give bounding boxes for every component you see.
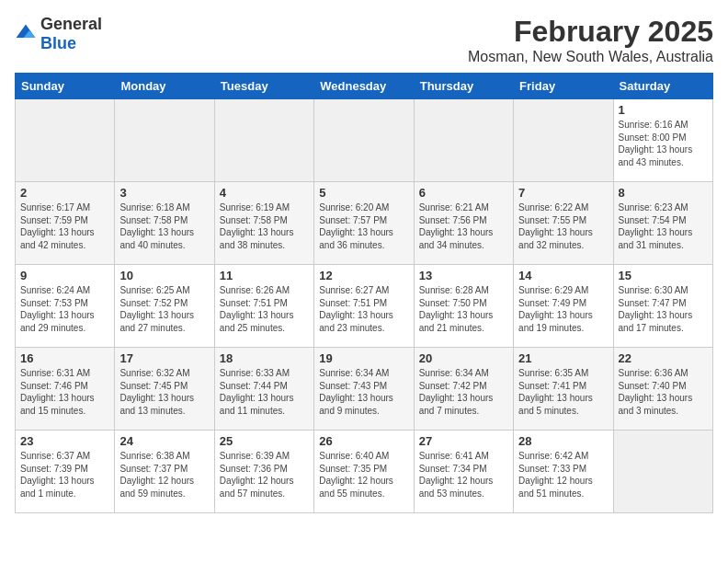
logo-text: General Blue xyxy=(40,15,102,53)
calendar-cell: 14Sunrise: 6:29 AM Sunset: 7:49 PM Dayli… xyxy=(514,265,613,348)
cell-info: Sunrise: 6:37 AM Sunset: 7:39 PM Dayligh… xyxy=(20,450,109,500)
cell-info: Sunrise: 6:17 AM Sunset: 7:59 PM Dayligh… xyxy=(20,201,109,251)
calendar-cell xyxy=(115,99,214,182)
day-number: 18 xyxy=(220,351,309,365)
calendar-cell: 1Sunrise: 6:16 AM Sunset: 8:00 PM Daylig… xyxy=(613,99,712,182)
week-row-1: 2Sunrise: 6:17 AM Sunset: 7:59 PM Daylig… xyxy=(16,182,713,265)
calendar-cell: 3Sunrise: 6:18 AM Sunset: 7:58 PM Daylig… xyxy=(115,182,214,265)
day-number: 19 xyxy=(319,351,408,365)
cell-info: Sunrise: 6:18 AM Sunset: 7:58 PM Dayligh… xyxy=(119,201,209,251)
calendar-cell xyxy=(514,99,613,182)
calendar-cell: 18Sunrise: 6:33 AM Sunset: 7:44 PM Dayli… xyxy=(214,348,313,431)
calendar-cell: 6Sunrise: 6:21 AM Sunset: 7:56 PM Daylig… xyxy=(414,182,513,265)
header-cell-thursday: Thursday xyxy=(414,74,513,99)
calendar-cell xyxy=(214,99,313,182)
cell-info: Sunrise: 6:28 AM Sunset: 7:50 PM Dayligh… xyxy=(419,284,508,334)
calendar-cell: 2Sunrise: 6:17 AM Sunset: 7:59 PM Daylig… xyxy=(16,182,115,265)
cell-info: Sunrise: 6:35 AM Sunset: 7:41 PM Dayligh… xyxy=(518,367,608,417)
day-number: 25 xyxy=(220,434,309,448)
header-cell-saturday: Saturday xyxy=(613,74,712,99)
cell-info: Sunrise: 6:32 AM Sunset: 7:45 PM Dayligh… xyxy=(119,367,209,417)
calendar-cell: 10Sunrise: 6:25 AM Sunset: 7:52 PM Dayli… xyxy=(115,265,214,348)
day-number: 8 xyxy=(619,186,708,200)
logo-general: General xyxy=(40,15,102,33)
cell-info: Sunrise: 6:40 AM Sunset: 7:35 PM Dayligh… xyxy=(319,450,408,500)
day-number: 21 xyxy=(518,351,608,365)
cell-info: Sunrise: 6:39 AM Sunset: 7:36 PM Dayligh… xyxy=(220,450,309,500)
day-number: 4 xyxy=(220,186,309,200)
cell-info: Sunrise: 6:25 AM Sunset: 7:52 PM Dayligh… xyxy=(119,284,209,334)
calendar-cell: 9Sunrise: 6:24 AM Sunset: 7:53 PM Daylig… xyxy=(16,265,115,348)
cell-info: Sunrise: 6:34 AM Sunset: 7:43 PM Dayligh… xyxy=(319,367,408,417)
logo: General Blue xyxy=(15,15,102,53)
header-cell-tuesday: Tuesday xyxy=(214,74,313,99)
cell-info: Sunrise: 6:41 AM Sunset: 7:34 PM Dayligh… xyxy=(419,450,508,500)
day-number: 3 xyxy=(119,186,209,200)
header-cell-friday: Friday xyxy=(514,74,613,99)
day-number: 6 xyxy=(419,186,508,200)
day-number: 10 xyxy=(119,269,209,282)
day-number: 13 xyxy=(419,269,508,282)
week-row-4: 23Sunrise: 6:37 AM Sunset: 7:39 PM Dayli… xyxy=(16,431,713,513)
header-row: SundayMondayTuesdayWednesdayThursdayFrid… xyxy=(16,74,713,99)
cell-info: Sunrise: 6:21 AM Sunset: 7:56 PM Dayligh… xyxy=(419,201,508,251)
calendar-cell: 27Sunrise: 6:41 AM Sunset: 7:34 PM Dayli… xyxy=(414,431,513,513)
calendar-table: SundayMondayTuesdayWednesdayThursdayFrid… xyxy=(15,73,713,513)
calendar-cell: 22Sunrise: 6:36 AM Sunset: 7:40 PM Dayli… xyxy=(613,348,712,431)
main-title: February 2025 xyxy=(468,15,713,49)
day-number: 16 xyxy=(20,351,109,365)
week-row-0: 1Sunrise: 6:16 AM Sunset: 8:00 PM Daylig… xyxy=(16,99,713,182)
calendar-cell: 23Sunrise: 6:37 AM Sunset: 7:39 PM Dayli… xyxy=(16,431,115,513)
calendar-cell: 17Sunrise: 6:32 AM Sunset: 7:45 PM Dayli… xyxy=(115,348,214,431)
cell-info: Sunrise: 6:29 AM Sunset: 7:49 PM Dayligh… xyxy=(518,284,608,334)
day-number: 27 xyxy=(419,434,508,448)
header-cell-monday: Monday xyxy=(115,74,214,99)
calendar-cell: 4Sunrise: 6:19 AM Sunset: 7:58 PM Daylig… xyxy=(214,182,313,265)
cell-info: Sunrise: 6:42 AM Sunset: 7:33 PM Dayligh… xyxy=(518,450,608,500)
calendar-cell: 26Sunrise: 6:40 AM Sunset: 7:35 PM Dayli… xyxy=(314,431,414,513)
day-number: 11 xyxy=(220,269,309,282)
week-row-3: 16Sunrise: 6:31 AM Sunset: 7:46 PM Dayli… xyxy=(16,348,713,431)
logo-blue: Blue xyxy=(40,34,76,52)
calendar-cell xyxy=(16,99,115,182)
day-number: 5 xyxy=(319,186,408,200)
calendar-cell xyxy=(613,431,712,513)
cell-info: Sunrise: 6:16 AM Sunset: 8:00 PM Dayligh… xyxy=(619,119,708,168)
cell-info: Sunrise: 6:23 AM Sunset: 7:54 PM Dayligh… xyxy=(619,201,708,251)
cell-info: Sunrise: 6:34 AM Sunset: 7:42 PM Dayligh… xyxy=(419,367,508,417)
day-number: 9 xyxy=(20,269,109,282)
day-number: 2 xyxy=(20,186,109,200)
day-number: 20 xyxy=(419,351,508,365)
calendar-cell: 16Sunrise: 6:31 AM Sunset: 7:46 PM Dayli… xyxy=(16,348,115,431)
calendar-cell xyxy=(314,99,414,182)
calendar-cell: 25Sunrise: 6:39 AM Sunset: 7:36 PM Dayli… xyxy=(214,431,313,513)
cell-info: Sunrise: 6:33 AM Sunset: 7:44 PM Dayligh… xyxy=(220,367,309,417)
day-number: 28 xyxy=(518,434,608,448)
calendar-cell: 24Sunrise: 6:38 AM Sunset: 7:37 PM Dayli… xyxy=(115,431,214,513)
cell-info: Sunrise: 6:19 AM Sunset: 7:58 PM Dayligh… xyxy=(220,201,309,251)
calendar-cell: 15Sunrise: 6:30 AM Sunset: 7:47 PM Dayli… xyxy=(613,265,712,348)
cell-info: Sunrise: 6:27 AM Sunset: 7:51 PM Dayligh… xyxy=(319,284,408,334)
cell-info: Sunrise: 6:26 AM Sunset: 7:51 PM Dayligh… xyxy=(220,284,309,334)
subtitle: Mosman, New South Wales, Australia xyxy=(468,49,713,65)
week-row-2: 9Sunrise: 6:24 AM Sunset: 7:53 PM Daylig… xyxy=(16,265,713,348)
calendar-cell: 19Sunrise: 6:34 AM Sunset: 7:43 PM Dayli… xyxy=(314,348,414,431)
logo-icon xyxy=(15,23,37,45)
header: General Blue February 2025 Mosman, New S… xyxy=(15,15,713,65)
day-number: 1 xyxy=(619,103,708,117)
calendar-cell xyxy=(414,99,513,182)
calendar-cell: 13Sunrise: 6:28 AM Sunset: 7:50 PM Dayli… xyxy=(414,265,513,348)
day-number: 24 xyxy=(119,434,209,448)
cell-info: Sunrise: 6:31 AM Sunset: 7:46 PM Dayligh… xyxy=(20,367,109,417)
title-area: February 2025 Mosman, New South Wales, A… xyxy=(468,15,713,65)
cell-info: Sunrise: 6:36 AM Sunset: 7:40 PM Dayligh… xyxy=(619,367,708,417)
calendar-cell: 21Sunrise: 6:35 AM Sunset: 7:41 PM Dayli… xyxy=(514,348,613,431)
cell-info: Sunrise: 6:24 AM Sunset: 7:53 PM Dayligh… xyxy=(20,284,109,334)
header-cell-wednesday: Wednesday xyxy=(314,74,414,99)
day-number: 22 xyxy=(619,351,708,365)
header-cell-sunday: Sunday xyxy=(16,74,115,99)
day-number: 7 xyxy=(518,186,608,200)
calendar-cell: 12Sunrise: 6:27 AM Sunset: 7:51 PM Dayli… xyxy=(314,265,414,348)
day-number: 26 xyxy=(319,434,408,448)
day-number: 17 xyxy=(119,351,209,365)
